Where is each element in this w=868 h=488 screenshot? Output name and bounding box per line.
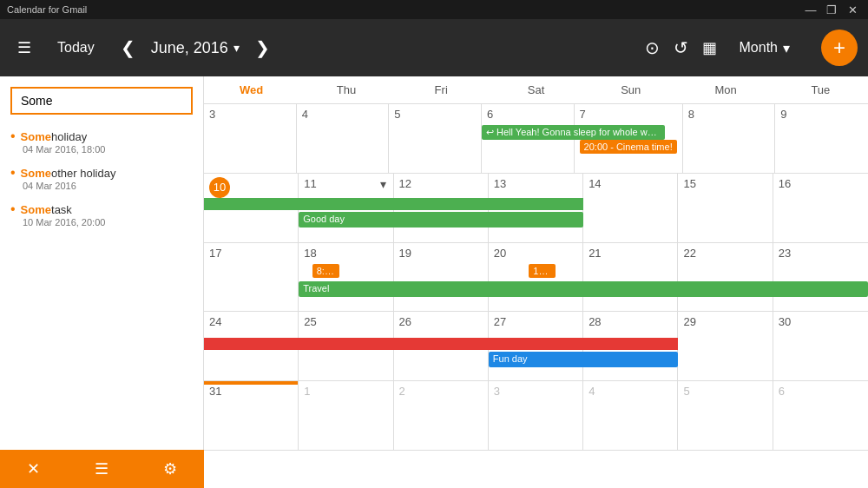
view-dropdown-icon: ▾ — [783, 40, 790, 56]
cal-cell-31[interactable]: 31 — [204, 381, 299, 450]
event-good-day[interactable]: Good day — [299, 212, 583, 228]
list-item[interactable]: • Some task 10 Mar 2016, 20:00 — [10, 201, 193, 228]
sidebar: • Some holiday 04 Mar 2016, 18:00 • Some… — [0, 76, 204, 450]
day-header-wed: Wed — [204, 76, 299, 103]
cal-cell-21[interactable]: 21 — [583, 243, 678, 312]
app-title: Calendar for Gmail — [7, 4, 87, 15]
cal-cell-jul-1[interactable]: 1 — [299, 381, 393, 450]
item-highlight: Some — [21, 130, 51, 143]
cal-cell-29[interactable]: 29 — [678, 312, 773, 380]
calendar-week-5: 31 1 2 3 4 5 6 — [204, 381, 868, 450]
item-rest: holiday — [51, 130, 87, 143]
event-orange-top-bar — [204, 381, 298, 385]
calendar-week-1: 3 4 5 6 ↩ Hell Yeah! Gonna sleep for who… — [204, 104, 868, 174]
day-header-thu: Thu — [299, 76, 393, 103]
cal-cell-15[interactable]: 15 — [678, 174, 773, 242]
add-icon: + — [833, 36, 845, 60]
cal-cell-5[interactable]: 5 — [389, 104, 482, 173]
calendar-header: Wed Thu Fri Sat Sun Mon Tue — [204, 76, 868, 104]
month-selector[interactable]: June, 2016 ▾ — [151, 39, 240, 57]
window-controls: — ❐ ✕ — [802, 3, 861, 16]
day-header-tue: Tue — [773, 76, 868, 103]
item-date: 10 Mar 2016, 20:00 — [23, 217, 193, 228]
event-travel[interactable]: Travel — [299, 281, 868, 297]
event-green-bar[interactable] — [204, 198, 583, 210]
cal-cell-30[interactable]: 30 — [773, 312, 868, 380]
main-layout: • Some holiday 04 Mar 2016, 18:00 • Some… — [0, 76, 868, 450]
cal-cell-19[interactable]: 19 — [394, 243, 489, 312]
cal-cell-22[interactable]: 22 — [678, 243, 773, 312]
add-event-button[interactable]: + — [821, 30, 858, 66]
cal-cell-9[interactable]: 9 — [775, 104, 868, 173]
cal-cell-jul-4[interactable]: 4 — [583, 381, 678, 450]
cal-cell-23[interactable]: 23 — [773, 243, 868, 312]
calendar-footer — [204, 450, 868, 488]
event-hell-yeah[interactable]: ↩ Hell Yeah! Gonna sleep for whole week! — [482, 125, 665, 140]
cal-cell-jul-2[interactable]: 2 — [394, 381, 489, 450]
maximize-button[interactable]: ❐ — [823, 3, 840, 16]
titlebar: Calendar for Gmail — ❐ ✕ — [0, 0, 868, 19]
event-fun-day[interactable]: Fun day — [489, 352, 679, 367]
event-kickoff[interactable]: 8:00 - Kick off — [312, 264, 339, 278]
refresh-icon[interactable]: ↺ — [674, 37, 688, 58]
header-right: ⊙ ↺ ▦ Month ▾ + — [645, 30, 858, 66]
list-item[interactable]: • Some other holiday 04 Mar 2016 — [10, 165, 193, 191]
settings-icon[interactable]: ⚙ — [163, 459, 177, 478]
cal-cell-20[interactable]: 20 16:00 - Departure — [489, 243, 583, 312]
search-input[interactable] — [10, 87, 193, 115]
bottom-bar: ✕ ☰ ⚙ — [0, 450, 868, 488]
item-rest: task — [51, 203, 72, 216]
close-button[interactable]: ✕ — [844, 3, 861, 16]
dropdown-indicator: ▾ — [380, 177, 386, 191]
today-button[interactable]: Today — [47, 35, 105, 61]
calendar: Wed Thu Fri Sat Sun Mon Tue 3 4 5 6 ↩ He… — [204, 76, 868, 450]
day-header-fri: Fri — [394, 76, 489, 103]
sync-icon[interactable]: ⊙ — [645, 37, 660, 58]
day-header-sun: Sun — [583, 76, 678, 103]
bullet-icon: • — [10, 165, 16, 181]
calendar-body: 3 4 5 6 ↩ Hell Yeah! Gonna sleep for who… — [204, 104, 868, 450]
cal-cell-4[interactable]: 4 — [297, 104, 390, 173]
today-number: 10 — [209, 177, 230, 198]
calendar-week-3: 17 18 8:00 - Kick off 19 20 16:00 - Depa… — [204, 243, 868, 313]
month-label-text: June, 2016 — [151, 39, 228, 57]
list-icon[interactable]: ☰ — [95, 459, 108, 478]
cal-cell-14[interactable]: 14 — [583, 174, 678, 242]
event-departure[interactable]: 16:00 - Departure — [529, 264, 556, 278]
prev-month-button[interactable]: ❮ — [114, 34, 142, 62]
cal-cell-jul-3[interactable]: 3 — [489, 381, 583, 450]
close-sidebar-icon[interactable]: ✕ — [27, 459, 40, 478]
app-header: ☰ Today ❮ June, 2016 ▾ ❯ ⊙ ↺ ▦ Month ▾ + — [0, 19, 868, 76]
cal-cell-17[interactable]: 17 — [204, 243, 299, 312]
calendar-week-4: 24 25 26 27 28 29 30 Fun day — [204, 312, 868, 381]
day-header-mon: Mon — [678, 76, 773, 103]
calendar-icon[interactable]: ▦ — [702, 38, 717, 57]
item-rest: other holiday — [51, 167, 115, 180]
view-selector[interactable]: Month ▾ — [731, 35, 799, 62]
cal-cell-16[interactable]: 16 — [773, 174, 868, 242]
cal-cell-3[interactable]: 3 — [204, 104, 297, 173]
sidebar-actions: ✕ ☰ ⚙ — [0, 450, 204, 488]
item-date: 04 Mar 2016, 18:00 — [23, 144, 193, 155]
cal-cell-jul-6[interactable]: 6 — [773, 381, 868, 450]
calendar-week-2: 10 11 ▾ 12 13 14 15 16 Good day — [204, 174, 868, 243]
bullet-icon: • — [10, 129, 16, 144]
item-date: 04 Mar 2016 — [23, 181, 193, 191]
cal-cell-8[interactable]: 8 — [683, 104, 776, 173]
event-red-bar[interactable] — [204, 338, 678, 350]
next-month-button[interactable]: ❯ — [248, 34, 277, 62]
month-dropdown-icon: ▾ — [233, 41, 240, 55]
cal-cell-jul-5[interactable]: 5 — [678, 381, 773, 450]
list-item[interactable]: • Some holiday 04 Mar 2016, 18:00 — [10, 129, 193, 155]
cal-cell-6[interactable]: 6 ↩ Hell Yeah! Gonna sleep for whole wee… — [482, 104, 575, 173]
hamburger-button[interactable]: ☰ — [10, 31, 38, 64]
view-label: Month — [740, 40, 778, 56]
item-highlight: Some — [21, 167, 51, 180]
minimize-button[interactable]: — — [802, 3, 819, 16]
item-highlight: Some — [21, 203, 51, 216]
bullet-icon: • — [10, 201, 16, 217]
cal-cell-18[interactable]: 18 8:00 - Kick off — [299, 243, 393, 312]
event-cinema[interactable]: 20:00 - Cinema time! — [580, 140, 677, 154]
day-header-sat: Sat — [489, 76, 583, 103]
